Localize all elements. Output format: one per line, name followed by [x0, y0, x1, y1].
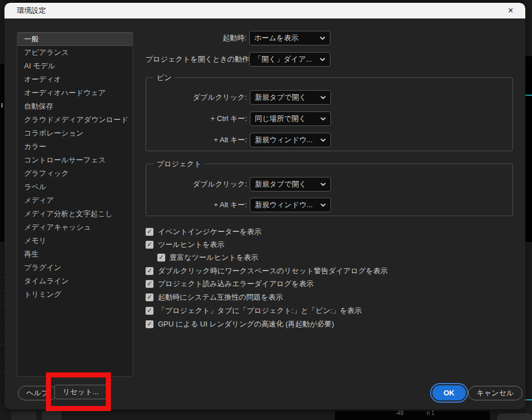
- checkbox-label: プロジェクト読み込みエラーダイアログを表示: [158, 279, 314, 289]
- dropdown-value: 新規ウィンドウ...: [255, 200, 318, 210]
- background-accent-line: [524, 399, 532, 400]
- sidebar-item-audio-hardware[interactable]: オーディオハードウェア: [17, 86, 133, 100]
- sidebar-item-labels[interactable]: ラベル: [17, 180, 133, 194]
- background-track-divider: [0, 277, 4, 278]
- dropdown-value: ホームを表示: [254, 33, 318, 43]
- checkbox-label: 起動時にシステム互換性の問題を表示: [158, 292, 283, 302]
- bin-double-click-dropdown[interactable]: 新規タブで開く: [250, 90, 331, 105]
- track-label: n 1: [427, 410, 435, 416]
- startup-dropdown[interactable]: ホームを表示: [249, 31, 330, 45]
- checkbox-label: 豊富なツールヒントを表示: [170, 253, 258, 263]
- background-track-divider: [0, 304, 4, 305]
- red-highlight-annotation: [46, 372, 111, 411]
- bin-group: ビン ダブルクリック: 新規タブで開く + Ctrl キー: 同じ場所で開く +…: [146, 77, 513, 151]
- project-group: プロジェクト ダブルクリック: 新規タブで開く + Alt キー: 新規ウィンド…: [146, 164, 513, 216]
- background-audio-meter: [335, 411, 490, 420]
- background-panel: [0, 64, 4, 242]
- meter-scale-label: -48: [395, 410, 403, 416]
- checkbox-row-system-compatibility: 起動時にシステム互換性の問題を表示: [146, 291, 283, 304]
- dropdown-value: 同じ場所で開く: [255, 114, 318, 124]
- checkbox-label: イベントインジケーターを表示: [158, 227, 262, 237]
- project-double-click-label: ダブルクリック:: [146, 179, 247, 189]
- sidebar-item-plugins[interactable]: プラグイン: [17, 261, 133, 274]
- checkbox-label: ダブルクリック時にワークスペースのリセット警告ダイアログを表示: [158, 266, 388, 276]
- general-settings-panel: 起動時: ホームを表示 プロジェクトを開くときの動作: 「開く」ダイア... ビ…: [146, 3, 513, 409]
- checkbox[interactable]: [146, 267, 153, 275]
- background-track-divider: [0, 344, 4, 345]
- dropdown-value: 「開く」ダイア...: [254, 54, 318, 64]
- sidebar-item-auto-save[interactable]: 自動保存: [17, 100, 133, 113]
- sidebar-item-color[interactable]: カラー: [17, 140, 133, 153]
- preferences-category-list: 一般 アピアランス AI モデル オーディオ オーディオハードウェア 自動保存 …: [17, 32, 133, 377]
- sidebar-item-cloud-media[interactable]: クラウドメディアダウンロード: [17, 113, 133, 127]
- checkbox[interactable]: [146, 280, 153, 288]
- background-scrollbar: [497, 413, 532, 420]
- sidebar-item-appearance[interactable]: アピアランス: [17, 46, 133, 59]
- project-double-click-dropdown[interactable]: 新規タブで開く: [250, 177, 331, 192]
- sidebar-item-collaboration[interactable]: コラボレーション: [17, 127, 133, 140]
- dialog-title: 環境設定: [17, 6, 46, 16]
- bin-alt-key-label: + Alt キー:: [146, 135, 247, 145]
- checkbox-row-tooltips: ツールヒントを表示: [146, 238, 225, 251]
- sidebar-item-timeline[interactable]: タイムライン: [17, 274, 133, 288]
- checkbox[interactable]: [146, 320, 153, 328]
- checkbox[interactable]: [146, 241, 153, 249]
- background-accent-line: [524, 95, 532, 96]
- checkbox-row-workspace-reset-warning: ダブルクリック時にワークスペースのリセット警告ダイアログを表示: [146, 264, 388, 277]
- open-project-dropdown[interactable]: 「開く」ダイア...: [249, 52, 330, 67]
- sidebar-item-media-analysis[interactable]: メディア分析と文字起こし: [17, 207, 133, 221]
- startup-label: 起動時:: [146, 33, 246, 43]
- project-alt-key-label: + Alt キー:: [146, 200, 247, 210]
- background-track-divider: [0, 318, 4, 318]
- checkbox-row-rich-tooltips: 豊富なツールヒントを表示: [157, 251, 258, 264]
- chevron-down-icon: [320, 58, 325, 61]
- chevron-down-icon: [320, 138, 326, 142]
- background-monitor-panel: [524, 56, 532, 242]
- background-rect: [42, 411, 62, 420]
- background-track-divider: [0, 358, 4, 358]
- sidebar-item-media[interactable]: メディア: [17, 194, 133, 207]
- dropdown-value: 新規ウィンドウ...: [255, 135, 318, 145]
- sidebar-item-memory[interactable]: メモリ: [17, 234, 133, 248]
- sidebar-item-playback[interactable]: 再生: [17, 248, 133, 261]
- background-track-divider: [0, 331, 4, 332]
- chevron-down-icon: [320, 203, 326, 207]
- open-project-label: プロジェクトを開くときの動作:: [146, 54, 246, 64]
- bin-alt-key-dropdown[interactable]: 新規ウィンドウ...: [250, 133, 331, 147]
- sidebar-item-control-surface[interactable]: コントロールサーフェス: [17, 153, 133, 167]
- dropdown-value: 新規タブで開く: [255, 92, 318, 102]
- sidebar-item-media-cache[interactable]: メディアキャッシュ: [17, 221, 133, 234]
- bin-group-title: ビン: [154, 73, 175, 83]
- checkbox-row-gpu-ui-rendering: GPU による UI レンダリングの高速化 (再起動が必要): [146, 318, 334, 330]
- checkbox-row-project-load-errors: プロジェクト読み込みエラーダイアログを表示: [146, 277, 314, 290]
- background-tick: [1, 103, 3, 108]
- ok-button[interactable]: OK: [432, 385, 466, 400]
- checkbox-label: GPU による UI レンダリングの高速化 (再起動が必要): [158, 319, 334, 329]
- checkbox-row-project-tab-labels: 「プロジェクト」タブに「プロジェクト:」と「ビン:」を表示: [146, 304, 362, 317]
- project-alt-key-dropdown[interactable]: 新規ウィンドウ...: [250, 198, 331, 212]
- bin-ctrl-key-label: + Ctrl キー:: [146, 114, 247, 124]
- cancel-button[interactable]: キャンセル: [468, 386, 522, 400]
- dropdown-value: 新規タブで開く: [255, 179, 318, 189]
- chevron-down-icon: [320, 96, 326, 99]
- sidebar-item-general[interactable]: 一般: [17, 32, 133, 46]
- checkbox[interactable]: [146, 293, 153, 301]
- chevron-down-icon: [320, 183, 326, 186]
- sidebar-item-trim[interactable]: トリミング: [17, 288, 133, 301]
- checkbox-row-event-indicator: イベントインジケーターを表示: [146, 225, 262, 238]
- preferences-dialog: 環境設定 × 一般 アピアランス AI モデル オーディオ オーディオハードウェ…: [4, 3, 525, 409]
- checkbox[interactable]: [146, 228, 153, 236]
- sidebar-item-audio[interactable]: オーディオ: [17, 73, 133, 86]
- bin-ctrl-key-dropdown[interactable]: 同じ場所で開く: [250, 111, 331, 126]
- checkbox[interactable]: [157, 254, 165, 262]
- background-track-divider: [0, 371, 4, 372]
- chevron-down-icon: [320, 36, 325, 40]
- checkbox[interactable]: [146, 307, 153, 315]
- project-group-title: プロジェクト: [154, 159, 204, 169]
- checkbox-label: 「プロジェクト」タブに「プロジェクト:」と「ビン:」を表示: [158, 306, 362, 316]
- sidebar-item-ai-models[interactable]: AI モデル: [17, 59, 133, 73]
- checkbox-label: ツールヒントを表示: [158, 240, 225, 250]
- background-rect: [11, 411, 36, 420]
- sidebar-item-graphics[interactable]: グラフィック: [17, 167, 133, 180]
- background-track-divider: [0, 291, 4, 291]
